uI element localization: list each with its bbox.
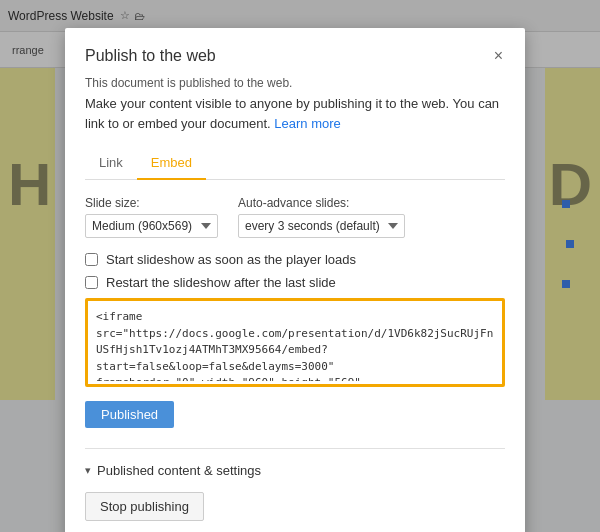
published-notice: This document is published to the web. <box>85 76 505 90</box>
published-button-row: Published <box>85 401 505 448</box>
checkbox-row-2: Restart the slideshow after the last sli… <box>85 275 505 290</box>
slide-size-label: Slide size: <box>85 196 218 210</box>
tab-link[interactable]: Link <box>85 147 137 180</box>
auto-advance-select[interactable]: every 3 seconds (default) <box>238 214 405 238</box>
tabs: Link Embed <box>85 147 505 180</box>
auto-advance-label: Auto-advance slides: <box>238 196 405 210</box>
modal-body: This document is published to the web. M… <box>65 76 525 532</box>
divider <box>85 448 505 449</box>
form-row-selects: Slide size: Medium (960x569) Auto-advanc… <box>85 196 505 238</box>
learn-more-link[interactable]: Learn more <box>274 116 340 131</box>
modal-header: Publish to the web × <box>65 28 525 76</box>
checkbox-label-2: Restart the slideshow after the last sli… <box>106 275 336 290</box>
settings-toggle[interactable]: ▾ Published content & settings <box>85 463 505 478</box>
published-button[interactable]: Published <box>85 401 174 428</box>
embed-code-textarea[interactable] <box>88 301 502 381</box>
stop-publishing-row: Stop publishing <box>85 492 505 521</box>
modal-title: Publish to the web <box>85 47 216 65</box>
slide-size-group: Slide size: Medium (960x569) <box>85 196 218 238</box>
checkbox-label-1: Start slideshow as soon as the player lo… <box>106 252 356 267</box>
stop-publishing-button[interactable]: Stop publishing <box>85 492 204 521</box>
checkbox-row-1: Start slideshow as soon as the player lo… <box>85 252 505 267</box>
auto-advance-group: Auto-advance slides: every 3 seconds (de… <box>238 196 405 238</box>
checkbox-restart-slideshow[interactable] <box>85 276 98 289</box>
published-description: Make your content visible to anyone by p… <box>85 94 505 133</box>
embed-code-box <box>85 298 505 387</box>
tab-embed[interactable]: Embed <box>137 147 206 180</box>
publish-to-web-modal: Publish to the web × This document is pu… <box>65 28 525 532</box>
checkbox-start-slideshow[interactable] <box>85 253 98 266</box>
close-button[interactable]: × <box>492 46 505 66</box>
settings-toggle-label: Published content & settings <box>97 463 261 478</box>
slide-size-select[interactable]: Medium (960x569) <box>85 214 218 238</box>
chevron-down-icon: ▾ <box>85 464 91 477</box>
